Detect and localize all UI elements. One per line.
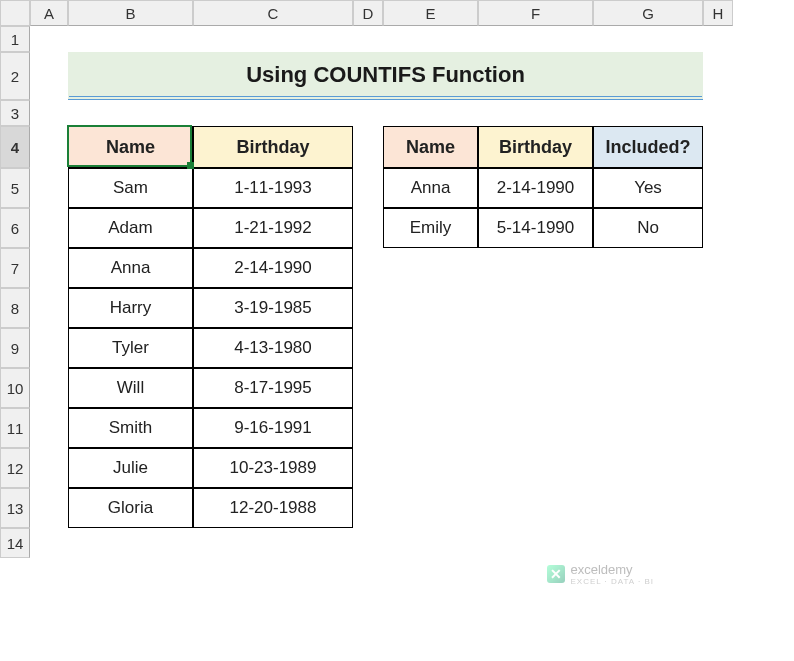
cell-D11[interactable] [353, 408, 383, 448]
cell-E1[interactable] [383, 26, 478, 52]
cell-D12[interactable] [353, 448, 383, 488]
cell-F10[interactable] [478, 368, 593, 408]
cell-D14[interactable] [353, 528, 383, 558]
table2-row-0-included[interactable]: Yes [593, 168, 703, 208]
cell-H7[interactable] [703, 248, 733, 288]
col-header-F[interactable]: F [478, 0, 593, 26]
table1-row-7-name[interactable]: Julie [68, 448, 193, 488]
row-header-13[interactable]: 13 [0, 488, 30, 528]
cell-E12[interactable] [383, 448, 478, 488]
cell-B14[interactable] [68, 528, 193, 558]
col-header-H[interactable]: H [703, 0, 733, 26]
row-header-4[interactable]: 4 [0, 126, 30, 168]
cell-D13[interactable] [353, 488, 383, 528]
cell-H1[interactable] [703, 26, 733, 52]
row-header-2[interactable]: 2 [0, 52, 30, 100]
cell-A5[interactable] [30, 168, 68, 208]
cell-G8[interactable] [593, 288, 703, 328]
cell-A6[interactable] [30, 208, 68, 248]
table1-row-3-name[interactable]: Harry [68, 288, 193, 328]
cell-H2[interactable] [703, 52, 733, 100]
cell-E8[interactable] [383, 288, 478, 328]
cell-E10[interactable] [383, 368, 478, 408]
cell-A8[interactable] [30, 288, 68, 328]
cell-A11[interactable] [30, 408, 68, 448]
row-header-10[interactable]: 10 [0, 368, 30, 408]
table2-row-1-included[interactable]: No [593, 208, 703, 248]
table2-row-1-birthday[interactable]: 5-14-1990 [478, 208, 593, 248]
cell-G13[interactable] [593, 488, 703, 528]
cell-D3[interactable] [353, 100, 383, 126]
cell-G12[interactable] [593, 448, 703, 488]
cell-F14[interactable] [478, 528, 593, 558]
col-header-B[interactable]: B [68, 0, 193, 26]
table1-row-0-birthday[interactable]: 1-11-1993 [193, 168, 353, 208]
cell-D8[interactable] [353, 288, 383, 328]
cell-F9[interactable] [478, 328, 593, 368]
cell-F7[interactable] [478, 248, 593, 288]
row-header-5[interactable]: 5 [0, 168, 30, 208]
col-header-G[interactable]: G [593, 0, 703, 26]
cell-A9[interactable] [30, 328, 68, 368]
row-header-7[interactable]: 7 [0, 248, 30, 288]
cell-B3[interactable] [68, 100, 193, 126]
cell-A1[interactable] [30, 26, 68, 52]
cell-G14[interactable] [593, 528, 703, 558]
row-header-8[interactable]: 8 [0, 288, 30, 328]
cell-F12[interactable] [478, 448, 593, 488]
row-header-9[interactable]: 9 [0, 328, 30, 368]
cell-C3[interactable] [193, 100, 353, 126]
cell-D6[interactable] [353, 208, 383, 248]
table2-row-0-name[interactable]: Anna [383, 168, 478, 208]
row-header-3[interactable]: 3 [0, 100, 30, 126]
cell-H12[interactable] [703, 448, 733, 488]
table1-row-6-name[interactable]: Smith [68, 408, 193, 448]
cell-G7[interactable] [593, 248, 703, 288]
cell-G3[interactable] [593, 100, 703, 126]
cell-H13[interactable] [703, 488, 733, 528]
cell-H9[interactable] [703, 328, 733, 368]
row-header-14[interactable]: 14 [0, 528, 30, 558]
table1-row-5-name[interactable]: Will [68, 368, 193, 408]
cell-F1[interactable] [478, 26, 593, 52]
table1-row-6-birthday[interactable]: 9-16-1991 [193, 408, 353, 448]
cell-H10[interactable] [703, 368, 733, 408]
cell-H14[interactable] [703, 528, 733, 558]
col-header-C[interactable]: C [193, 0, 353, 26]
cell-H4[interactable] [703, 126, 733, 168]
cell-D10[interactable] [353, 368, 383, 408]
cell-A7[interactable] [30, 248, 68, 288]
table1-row-5-birthday[interactable]: 8-17-1995 [193, 368, 353, 408]
cell-G9[interactable] [593, 328, 703, 368]
table1-row-1-birthday[interactable]: 1-21-1992 [193, 208, 353, 248]
table1-row-7-birthday[interactable]: 10-23-1989 [193, 448, 353, 488]
cell-A14[interactable] [30, 528, 68, 558]
cell-B1[interactable] [68, 26, 193, 52]
cell-H8[interactable] [703, 288, 733, 328]
cell-D4[interactable] [353, 126, 383, 168]
cell-E14[interactable] [383, 528, 478, 558]
cell-F13[interactable] [478, 488, 593, 528]
cell-A10[interactable] [30, 368, 68, 408]
cell-E7[interactable] [383, 248, 478, 288]
cell-A13[interactable] [30, 488, 68, 528]
cell-H3[interactable] [703, 100, 733, 126]
col-header-D[interactable]: D [353, 0, 383, 26]
table2-row-0-birthday[interactable]: 2-14-1990 [478, 168, 593, 208]
table1-row-3-birthday[interactable]: 3-19-1985 [193, 288, 353, 328]
select-all-corner[interactable] [0, 0, 30, 26]
cell-E11[interactable] [383, 408, 478, 448]
row-header-1[interactable]: 1 [0, 26, 30, 52]
table1-row-8-birthday[interactable]: 12-20-1988 [193, 488, 353, 528]
cell-A2[interactable] [30, 52, 68, 100]
cell-A12[interactable] [30, 448, 68, 488]
table1-row-2-name[interactable]: Anna [68, 248, 193, 288]
table1-row-4-birthday[interactable]: 4-13-1980 [193, 328, 353, 368]
row-header-12[interactable]: 12 [0, 448, 30, 488]
cell-D9[interactable] [353, 328, 383, 368]
cell-G10[interactable] [593, 368, 703, 408]
cell-F8[interactable] [478, 288, 593, 328]
col-header-E[interactable]: E [383, 0, 478, 26]
cell-C14[interactable] [193, 528, 353, 558]
table1-row-2-birthday[interactable]: 2-14-1990 [193, 248, 353, 288]
